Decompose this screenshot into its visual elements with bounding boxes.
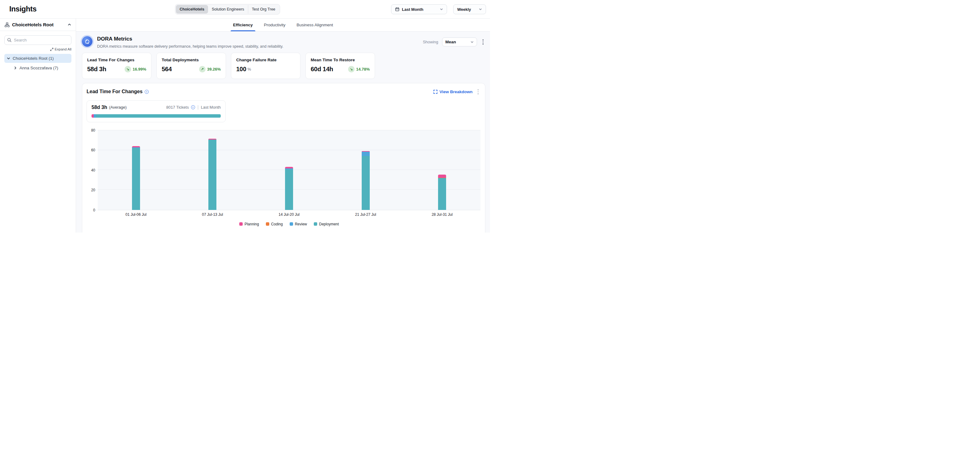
org-tab-test-org-tree[interactable]: Test Org Tree [248, 5, 279, 14]
average-value: 58d 3h [92, 105, 107, 110]
active-tab-indicator [231, 30, 255, 31]
bar-28 Jul-31 Jul [438, 130, 446, 210]
stacked-bar-chart: 020406080 01 Jul-06 Jul07 Jul-13 Jul14 J… [87, 130, 480, 226]
chevron-up-icon [68, 23, 71, 26]
metric-unit: % [247, 67, 251, 72]
dora-kebab-menu-button[interactable] [481, 38, 486, 46]
expand-corners-icon [433, 90, 438, 94]
chevron-down-icon [471, 40, 474, 44]
info-icon[interactable]: i [191, 105, 195, 109]
trend-pct: 14.78% [356, 67, 370, 72]
metric-card-lead-time: Lead Time For Changes 58d 3h ↘ 16.99% [82, 53, 151, 79]
dora-controls: Showing Mean [423, 37, 485, 46]
aggregation-value: Mean [445, 40, 469, 44]
progress-segment-review [94, 114, 96, 118]
main-panel: Efficiency Productivity Business Alignme… [76, 19, 490, 232]
metric-value: 58d 3h [87, 66, 107, 73]
x-tick-label: 07 Jul-13 Jul [174, 213, 251, 217]
bar-segment-review [362, 152, 370, 156]
y-tick-label: 80 [91, 128, 95, 133]
dora-header: DORA Metrics DORA metrics measure softwa… [82, 35, 485, 49]
org-hierarchy-icon [5, 22, 10, 27]
average-suffix: (Average) [109, 105, 127, 110]
metric-card-total-deployments: Total Deployments 564 ↗ 39.26% [156, 53, 226, 79]
trend-pct: 39.26% [207, 67, 221, 72]
chart-kebab-menu-button[interactable] [476, 88, 481, 96]
x-tick-label: 14 Jul-20 Jul [251, 213, 328, 217]
metric-title: Total Deployments [162, 58, 221, 62]
tree-item-anna-scozzafava[interactable]: Anna Scozzafava (7) [11, 64, 72, 72]
legend-swatch [266, 222, 269, 226]
search-input[interactable] [4, 35, 72, 45]
org-tree-sidebar: ChoiceHotels Root Expand All ChoiceHote [0, 19, 76, 232]
summary-period: Last Month [201, 105, 221, 110]
tree-item-label: Anna Scozzafava (7) [19, 66, 58, 70]
aggregation-select[interactable]: Mean [442, 37, 477, 46]
top-bar-controls: Last Month Weekly [391, 4, 486, 14]
trend-pct: 16.99% [133, 67, 146, 72]
date-range-select[interactable]: Last Month [391, 4, 447, 14]
metric-value: 60d 14h [311, 66, 333, 73]
trend-down-arrow-icon: ↘ [348, 66, 355, 72]
expand-all-label: Expand All [55, 47, 72, 51]
org-tab-choicehotels[interactable]: ChoiceHotels [176, 5, 208, 14]
info-icon[interactable]: i [145, 90, 149, 94]
sidebar-title: ChoiceHotels Root [12, 22, 65, 27]
legend-item-planning[interactable]: Planning [239, 222, 259, 226]
progress-segment-planning [92, 114, 94, 118]
y-tick-label: 20 [91, 188, 95, 192]
efficiency-content: DORA Metrics DORA metrics measure softwa… [76, 32, 490, 232]
bar-07 Jul-13 Jul [208, 130, 216, 210]
y-tick-label: 40 [91, 168, 95, 173]
plot-area [98, 130, 480, 210]
x-tick-label: 28 Jul-31 Jul [404, 213, 480, 217]
metric-title: Mean Time To Restore [311, 58, 370, 62]
sidebar-collapse-button[interactable] [68, 23, 71, 26]
chart-summary-box: 58d 3h (Average) 8017 Tickets i Last Mon… [87, 100, 226, 122]
chevron-down-icon[interactable] [7, 57, 10, 60]
phase-progress-bar [92, 114, 221, 118]
org-segmented-control: ChoiceHotels Solution Engineers Test Org… [175, 4, 280, 14]
search-icon [7, 38, 12, 42]
dora-texts: DORA Metrics DORA metrics measure softwa… [97, 35, 423, 49]
expand-all-button[interactable]: Expand All [50, 47, 72, 51]
bar-segment-deployment [438, 178, 446, 209]
bar-14 Jul-20 Jul [285, 130, 293, 210]
bar-segment-deployment [362, 156, 370, 209]
metric-value: 564 [162, 66, 172, 73]
legend-item-review[interactable]: Review [290, 222, 307, 226]
tree-item-root[interactable]: ChoiceHotels Root (1) [4, 54, 72, 63]
legend-item-coding[interactable]: Coding [266, 222, 283, 226]
chevron-down-icon [479, 8, 482, 11]
legend-item-deployment[interactable]: Deployment [314, 222, 339, 226]
calendar-icon [395, 7, 399, 11]
expand-arrows-icon [50, 48, 54, 51]
bar-segment-deployment [132, 148, 140, 210]
org-tab-solution-engineers[interactable]: Solution Engineers [208, 5, 248, 14]
tab-label: Efficiency [233, 22, 253, 27]
legend-label: Coding [271, 222, 283, 226]
granularity-select[interactable]: Weekly [453, 4, 486, 14]
trend-badge: ↘ 14.78% [348, 66, 370, 72]
org-tree: ChoiceHotels Root (1) Anna Scozzafava (7… [4, 54, 72, 72]
metric-title: Change Failure Rate [236, 58, 295, 62]
lead-time-chart-card: Lead Time For Changes i View Breakdown [82, 83, 485, 232]
tab-efficiency[interactable]: Efficiency [233, 19, 253, 31]
sidebar-header: ChoiceHotels Root [0, 19, 76, 31]
legend-swatch [314, 222, 317, 226]
chevron-right-icon[interactable] [14, 66, 17, 70]
dora-sprint-icon [82, 36, 92, 47]
bar-segment-planning [438, 174, 446, 178]
metric-cards: Lead Time For Changes 58d 3h ↘ 16.99% To… [82, 53, 485, 79]
metric-value: 100 [236, 66, 246, 73]
legend-label: Planning [245, 222, 259, 226]
tab-productivity[interactable]: Productivity [264, 19, 286, 31]
view-breakdown-button[interactable]: View Breakdown [433, 89, 473, 94]
y-axis: 020406080 [87, 130, 98, 210]
chart-legend: PlanningCodingReviewDeployment [98, 222, 480, 226]
chart-title: Lead Time For Changes [87, 89, 143, 94]
metric-card-mean-time-to-restore: Mean Time To Restore 60d 14h ↘ 14.78% [305, 53, 375, 79]
trend-down-arrow-icon: ↘ [124, 66, 131, 72]
tab-business-alignment[interactable]: Business Alignment [296, 19, 333, 31]
trend-badge: ↗ 39.26% [199, 66, 221, 72]
